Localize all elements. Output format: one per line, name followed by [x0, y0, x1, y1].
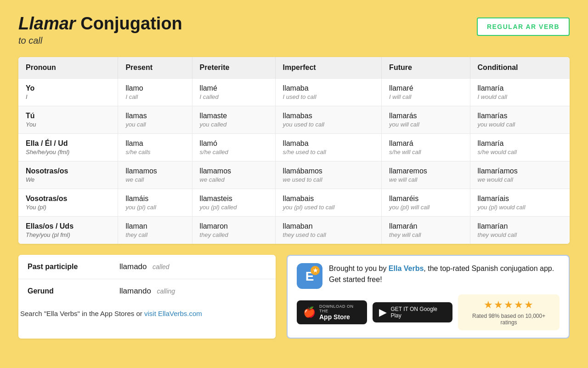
table-row: Vosotras/osYou (pl)llamáisyou (pl) calll…	[18, 189, 570, 217]
conjugation-sub: they used to call	[283, 231, 374, 238]
conjugation-cell: llamas/he calls	[118, 134, 192, 161]
conjugation-cell: llamasteyou called	[192, 106, 275, 134]
conjugation-cell: llamaríamoswe would call	[470, 161, 570, 189]
conjugation-main: llamáis	[125, 195, 184, 203]
google-play-button[interactable]: ▶ GET IT ON Google Play	[373, 302, 452, 322]
rating-text: Rated 98% based on 10,000+ ratings	[465, 313, 552, 326]
pronoun-sub: You (pl)	[26, 204, 110, 211]
conjugation-cell: llamós/he called	[192, 134, 275, 161]
conjugation-cell: llamasyou call	[118, 106, 192, 134]
participle-section: Past participle llamado called Gerund ll…	[18, 255, 276, 339]
ella-verbs-link[interactable]: visit EllaVerbs.com	[144, 310, 202, 317]
conjugation-cell: llamanthey call	[118, 217, 192, 244]
search-text: Search "Ella Verbs" in the App Stores or…	[18, 310, 276, 317]
conjugation-main: llaman	[125, 222, 184, 230]
conjugation-cell: llamaríanthey would call	[470, 217, 570, 244]
conjugation-main: llamé	[200, 84, 268, 92]
conjugation-sub: they called	[200, 231, 268, 238]
conjugation-cell: llamoI call	[118, 79, 192, 106]
conjugation-cell: llamabaisyou (pl) used to call	[275, 189, 382, 217]
google-play-icon: ▶	[379, 306, 387, 318]
conjugation-main: llamaban	[283, 222, 374, 230]
conjugation-cell: llaméI called	[192, 79, 275, 106]
table-row: TúYoullamasyou callllamasteyou calledlla…	[18, 106, 570, 134]
conjugation-main: llamabas	[283, 112, 374, 120]
conjugation-cell: llamaríaI would call	[470, 79, 570, 106]
rating-box: ★★★★★ Rated 98% based on 10,000+ ratings	[458, 294, 560, 330]
ella-verbs-logo: E ★	[297, 263, 322, 289]
conjugation-main: llamasteis	[200, 195, 268, 203]
conjugation-sub: they would call	[478, 231, 562, 238]
pronoun-cell: Vosotras/osYou (pl)	[18, 189, 118, 217]
title-rest: Conjugation	[76, 14, 182, 33]
verb-badge: REGULAR AR VERB	[477, 17, 570, 36]
app-store-big-label: App Store	[319, 313, 361, 321]
conjugation-sub: you would call	[478, 121, 562, 128]
conjugation-sub: you (pl) called	[200, 204, 268, 211]
pronoun-sub: I	[26, 93, 110, 100]
conjugation-cell: llamasteisyou (pl) called	[192, 189, 275, 217]
table-row: Ellas/os / UdsThey/you (pl fml)llamanthe…	[18, 217, 570, 244]
conjugation-main: llamaste	[200, 112, 268, 120]
pronoun-main: Vosotras/os	[26, 195, 110, 203]
pronoun-sub: They/you (pl fml)	[26, 231, 110, 238]
conjugation-cell: llamaremoswe will call	[382, 161, 470, 189]
conjugation-cell: llamaránthey will call	[382, 217, 470, 244]
ad-text: Brought to you by Ella Verbs, the top-ra…	[329, 263, 560, 285]
conjugation-cell: llamabanthey used to call	[275, 217, 382, 244]
pronoun-sub: She/he/you (fml)	[26, 149, 110, 155]
conjugation-main: llamaréis	[389, 195, 462, 203]
pronoun-cell: TúYou	[18, 106, 118, 134]
google-play-text: GET IT ON Google Play	[390, 306, 446, 319]
app-store-button[interactable]: 🍎 Download on the App Store	[297, 300, 367, 325]
conjugation-cell: llamarásyou will call	[382, 106, 470, 134]
past-participle-row: Past participle llamado called	[18, 255, 276, 279]
conjugation-main: llamaríais	[478, 195, 562, 203]
conjugation-main: llamo	[125, 84, 184, 92]
conjugation-cell: llamamoswe call	[118, 161, 192, 189]
conjugation-main: llamaba	[283, 84, 374, 92]
conjugation-sub: I would call	[478, 93, 562, 100]
col-imperfect: Imperfect	[275, 57, 382, 79]
conjugation-cell: llamábamoswe used to call	[275, 161, 382, 189]
apple-icon: 🍎	[303, 306, 316, 318]
conjugation-sub: we will call	[389, 176, 462, 183]
conjugation-cell: llamáisyou (pl) call	[118, 189, 192, 217]
past-participle-label: Past participle	[18, 255, 110, 279]
col-preterite: Preterite	[192, 57, 275, 79]
conjugation-sub: we used to call	[283, 176, 374, 183]
gerund-row: Gerund llamando calling	[18, 279, 276, 304]
conjugation-main: llamaré	[389, 84, 462, 92]
conjugation-sub: you used to call	[283, 121, 374, 128]
conjugation-main: llamaba	[283, 139, 374, 148]
conjugation-sub: you (pl) call	[125, 204, 184, 211]
ad-prefix: Brought to you by	[329, 264, 389, 272]
conjugation-sub: you call	[125, 121, 184, 128]
conjugation-main: llamarás	[389, 112, 462, 120]
pronoun-main: Tú	[26, 112, 110, 120]
pronoun-cell: YoI	[18, 79, 118, 106]
col-future: Future	[382, 57, 470, 79]
conjugation-cell: llamaríasyou would call	[470, 106, 570, 134]
ad-brand-link[interactable]: Ella Verbs	[389, 264, 424, 272]
conjugation-cell: llamarás/he will call	[382, 134, 470, 161]
past-participle-translation: called	[153, 263, 170, 270]
conjugation-sub: they will call	[389, 231, 462, 238]
app-store-text: Download on the App Store	[319, 304, 361, 321]
conjugation-main: llamamos	[125, 167, 184, 175]
conjugation-sub: we called	[200, 176, 268, 183]
conjugation-main: llamarían	[478, 222, 562, 230]
conjugation-cell: llamamoswe called	[192, 161, 275, 189]
gerund-value: llamando calling	[110, 279, 276, 304]
verb-subtitle: to call	[18, 35, 182, 46]
conjugation-main: llamaríamos	[478, 167, 562, 175]
title-block: Llamar Conjugation to call	[18, 14, 182, 46]
conjugation-cell: llamaréI will call	[382, 79, 470, 106]
conjugation-main: llamaremos	[389, 167, 462, 175]
star-rating: ★★★★★	[484, 299, 534, 311]
conjugation-sub: you (pl) used to call	[283, 204, 374, 211]
conjugation-sub: s/he will call	[389, 149, 462, 155]
pronoun-main: Ella / Él / Ud	[26, 139, 110, 148]
conjugation-main: llamarías	[478, 112, 562, 120]
conjugation-main: llamamos	[200, 167, 268, 175]
